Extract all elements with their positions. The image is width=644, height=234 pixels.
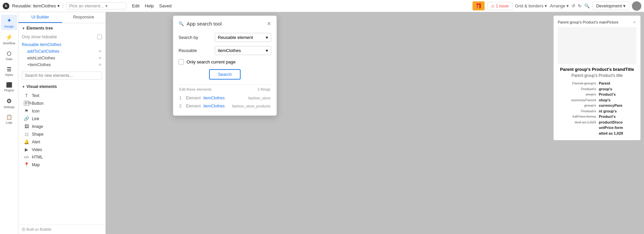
main-layout: ✦ Design ⚡ Workflow ⬡ Data ☰ Styles ⬛ Pl… xyxy=(0,12,644,234)
tree-item-item-clothes[interactable]: +itemClothes 👁 xyxy=(18,61,105,68)
price-bold: Parentgroup'sProduct'sshop'scurrencyPare… xyxy=(599,81,623,136)
element-type-label: Shape xyxy=(32,132,44,137)
tree-items: Reusable itemClothes addToCartClothes 👁 … xyxy=(18,41,105,69)
element-type-label: Map xyxy=(32,162,40,167)
only-show-hideable-checkbox[interactable] xyxy=(97,35,102,39)
element-type-alert[interactable]: 🔔 Alert xyxy=(18,138,105,146)
reusable-value: itemClothes xyxy=(218,48,241,53)
element-type-label: Link xyxy=(32,116,39,121)
menu-edit[interactable]: Edit xyxy=(132,3,139,8)
current-page-checkbox[interactable] xyxy=(179,59,184,64)
element-type-label: HTML xyxy=(32,155,43,159)
element-type-list: T Text BTN Button ⚑ Icon 🔗 Link 🖼 Image … xyxy=(18,91,105,169)
preview-panel: Parent group's Product's mainPicture ★ P… xyxy=(553,15,641,140)
element-type-label: Alert xyxy=(32,140,40,144)
result-page: fashion_store_products xyxy=(232,104,270,108)
preview-title-text: Parent group's Product's mainPicture xyxy=(558,20,618,24)
grid-borders-button[interactable]: Grid & borders ▾ xyxy=(515,3,547,8)
design-label: Design xyxy=(4,25,14,28)
current-page-row: Only search current page xyxy=(179,59,271,64)
app-name-selector[interactable]: Reusable: itemClothes ▾ xyxy=(12,3,60,8)
element-type-shape[interactable]: ◻ Shape xyxy=(18,130,105,138)
element-type-video[interactable]: ▶ Video xyxy=(18,146,105,153)
sidebar-item-design[interactable]: ✦ Design xyxy=(1,15,17,30)
search-elements-input[interactable] xyxy=(22,72,102,80)
reusable-select[interactable]: itemClothes ▾ xyxy=(215,46,271,55)
app-name-chevron: ▾ xyxy=(57,3,60,8)
preview-product-title: Parent group's Product's title xyxy=(558,73,636,78)
menu-help[interactable]: Help xyxy=(145,3,154,8)
left-panel: UI Builder Responsive ▼ Elements tree On… xyxy=(18,12,106,234)
sidebar-item-settings[interactable]: ⚙ Settings xyxy=(1,95,17,111)
tree-item-add-to-cart[interactable]: addToCartClothes 👁 xyxy=(18,48,105,55)
sidebar-item-plugins[interactable]: ⬛ Plugins xyxy=(1,80,17,94)
sidebar-item-styles[interactable]: ☰ Styles xyxy=(1,64,17,79)
tab-ui-builder[interactable]: UI Builder xyxy=(18,12,62,23)
visual-elements-header[interactable]: ▼ Visual elements xyxy=(18,82,105,91)
tree-item-reusable[interactable]: Reusable itemClothes xyxy=(18,41,105,48)
sidebar-item-logs[interactable]: 📋 Logs xyxy=(1,112,17,126)
issue-button[interactable]: ⚠ 1 issue xyxy=(487,2,512,10)
tree-item-wish-list[interactable]: wishListClothes 👁 xyxy=(18,55,105,61)
element-type-text[interactable]: T Text xyxy=(18,92,105,99)
dev-selector[interactable]: Development ▾ xyxy=(592,2,629,10)
styles-icon: ☰ xyxy=(7,66,11,73)
preview-brand: Parent group's Product's brandTitle xyxy=(558,67,636,72)
search-by-label: Search by xyxy=(179,35,212,40)
result-num: 2 xyxy=(179,104,183,108)
search-button[interactable]: 🔍 xyxy=(584,3,590,8)
results-header-left: Edit these elements xyxy=(179,87,212,91)
result-name: itemClothes xyxy=(203,96,246,100)
result-item-1[interactable]: 1 Element itemClothes fashion_store xyxy=(179,94,271,102)
left-panel-tabs: UI Builder Responsive xyxy=(18,12,105,23)
bubble-logo: ⓑ xyxy=(22,227,27,231)
arrange-button[interactable]: Arrange ▾ xyxy=(550,3,569,8)
user-avatar[interactable] xyxy=(632,1,641,11)
search-by-chevron: ▾ xyxy=(266,35,268,40)
search-action-button[interactable]: Search xyxy=(209,69,240,80)
element-type-icon[interactable]: ⚑ Icon xyxy=(18,107,105,115)
map-icon: 📍 xyxy=(24,162,29,167)
modal-header: 🔍 App search tool ✕ xyxy=(173,16,277,30)
undo-button[interactable]: ↺ xyxy=(572,3,575,8)
dev-chevron: ▾ xyxy=(623,3,626,8)
image-icon: 🖼 xyxy=(24,124,29,129)
preview-prices: Parent group'sProduct'sshop'scurrencyPar… xyxy=(558,81,636,136)
results-header-right: 2 things xyxy=(257,87,270,91)
modal-close-button[interactable]: ✕ xyxy=(267,20,271,27)
alert-icon: 🔔 xyxy=(24,139,29,144)
visual-expand-arrow: ▼ xyxy=(22,85,25,89)
dev-label: Development xyxy=(596,3,622,8)
top-menu: Edit Help Saved xyxy=(132,3,171,8)
element-type-button[interactable]: BTN Button xyxy=(18,99,105,107)
tree-item-label: addToCartClothes xyxy=(27,49,97,54)
design-icon: ✦ xyxy=(7,17,12,24)
top-bar: b Reusable: itemClothes ▾ | Pick an elem… xyxy=(0,0,644,12)
saved-status: Saved xyxy=(159,3,171,8)
reusable-row: Reusable itemClothes ▾ xyxy=(179,46,271,55)
element-type-link[interactable]: 🔗 Link xyxy=(18,115,105,123)
eye-icon: 👁 xyxy=(98,49,102,53)
result-item-2[interactable]: 2 Element itemClothes fashion_store_prod… xyxy=(179,102,271,110)
element-picker[interactable]: Pick an element... ▾ xyxy=(66,2,127,9)
element-picker-chevron: ▾ xyxy=(105,3,108,8)
tab-responsive[interactable]: Responsive xyxy=(62,12,106,23)
redo-button[interactable]: ↻ xyxy=(578,3,582,8)
element-type-image[interactable]: 🖼 Image xyxy=(18,123,105,130)
sidebar-item-workflow[interactable]: ⚡ Workflow xyxy=(1,32,17,47)
element-type-map[interactable]: 📍 Map xyxy=(18,161,105,169)
video-icon: ▶ xyxy=(24,147,29,152)
tree-expand-arrow[interactable]: ▼ xyxy=(22,27,25,30)
search-by-select[interactable]: Reusable element ▾ xyxy=(215,33,271,42)
element-picker-text: Pick an element... xyxy=(69,3,104,8)
modal-body: Search by Reusable element ▾ Reusable it… xyxy=(173,30,277,115)
top-actions: 🎁 ⚠ 1 issue Grid & borders ▾ Arrange ▾ ↺… xyxy=(473,1,641,11)
star-icon[interactable]: ★ xyxy=(633,20,636,25)
result-page: fashion_store xyxy=(248,96,270,100)
element-type-html[interactable]: </> HTML xyxy=(18,153,105,161)
canvas-area[interactable]: 🔍 App search tool ✕ Search by Reusable e… xyxy=(106,12,644,234)
sidebar-item-data[interactable]: ⬡ Data xyxy=(1,48,17,63)
gift-button[interactable]: 🎁 xyxy=(473,1,485,10)
preview-image xyxy=(558,27,636,64)
data-label: Data xyxy=(6,57,12,61)
